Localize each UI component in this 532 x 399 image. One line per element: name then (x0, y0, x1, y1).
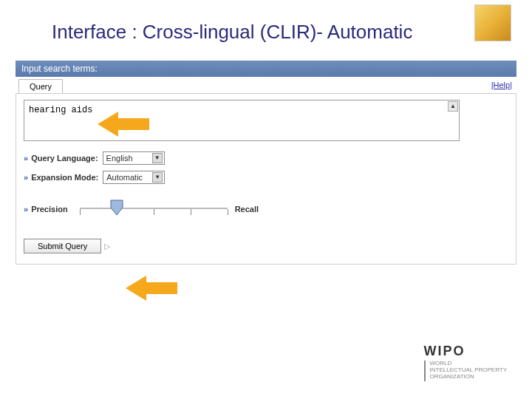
callout-arrow-icon (98, 109, 149, 139)
query-language-label: Query Language: (31, 154, 98, 163)
search-panel: Input search terms: Query |Help| ▲ » Que… (15, 60, 517, 265)
svg-marker-0 (98, 112, 149, 137)
tab-query[interactable]: Query (18, 79, 63, 93)
chevron-icon: » (24, 154, 28, 163)
logo-bar-icon (424, 361, 426, 381)
precision-recall-row: » Precision Recall (24, 202, 508, 216)
slider-handle-icon[interactable] (109, 199, 124, 215)
footer-line3: ORGANIZATION (430, 374, 507, 381)
footer-logo: WIPO WORLD INTELLECTUAL PROPERTY ORGANIZ… (424, 344, 507, 381)
expansion-mode-row: » Expansion Mode: Automatic ▼ (24, 171, 508, 184)
chevron-icon: » (24, 205, 28, 214)
query-language-row: » Query Language: English ▼ (24, 151, 508, 165)
tabs-row: Query |Help| (16, 77, 516, 94)
slide-title: Interface : Cross-lingual (CLIR)- Automa… (0, 0, 532, 44)
submit-query-button[interactable]: Submit Query (24, 239, 101, 253)
slider-tick (191, 209, 191, 215)
chevron-down-icon: ▼ (152, 172, 163, 183)
recall-label: Recall (235, 205, 259, 214)
chevron-down-icon: ▼ (152, 153, 163, 163)
query-language-value: English (106, 154, 149, 163)
scroll-up-icon[interactable]: ▲ (448, 101, 458, 112)
slider-tick (154, 209, 154, 215)
form-body: ▲ » Query Language: English ▼ » Expansio… (16, 94, 516, 265)
query-language-select[interactable]: English ▼ (103, 151, 165, 165)
submit-row: Submit Query ▷ (24, 239, 508, 253)
panel-header: Input search terms: (16, 61, 516, 77)
slider-tick (80, 209, 81, 215)
query-textarea[interactable] (27, 103, 441, 137)
help-link[interactable]: |Help| (491, 81, 516, 89)
chevron-icon: » (24, 173, 28, 182)
svg-marker-1 (126, 276, 177, 301)
query-textarea-wrap: ▲ (24, 100, 460, 141)
precision-label: Precision (31, 205, 68, 214)
callout-arrow-icon (126, 273, 177, 303)
expansion-mode-label: Expansion Mode: (31, 173, 98, 182)
corner-decoration (474, 4, 511, 41)
slider-tick (228, 209, 228, 215)
wipo-brand: WIPO (424, 344, 466, 358)
chevron-right-icon: ▷ (104, 239, 117, 253)
precision-recall-slider[interactable] (80, 202, 228, 216)
expansion-mode-select[interactable]: Automatic ▼ (103, 171, 165, 184)
expansion-mode-value: Automatic (106, 173, 149, 182)
